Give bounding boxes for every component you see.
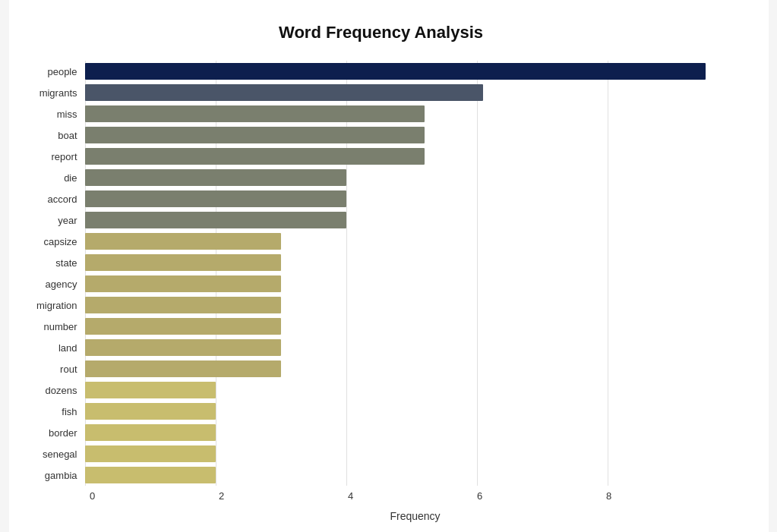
bar <box>85 424 216 441</box>
x-tick-label: 8 <box>606 490 611 502</box>
chart-area: peoplemigrantsmissboatreportdieaccordyea… <box>24 61 738 486</box>
bar-row <box>85 82 738 103</box>
bar <box>85 254 281 271</box>
bar <box>85 148 425 165</box>
x-tick-label: 0 <box>90 490 95 502</box>
bar <box>85 360 281 377</box>
bar <box>85 445 216 462</box>
x-axis-container: 02468 Frequency <box>93 486 738 522</box>
bar <box>85 105 425 122</box>
bar-row <box>85 209 738 231</box>
y-label: state <box>55 252 77 273</box>
bar-row <box>85 294 738 316</box>
bar-row <box>85 252 738 273</box>
bar <box>85 467 216 483</box>
y-label: rout <box>60 358 77 379</box>
x-tick-label: 6 <box>477 490 482 502</box>
y-label: miss <box>57 103 77 124</box>
bar-row <box>85 464 738 486</box>
bar-row <box>85 61 738 82</box>
bar <box>85 403 216 420</box>
x-tick-row: 02468 <box>93 490 738 505</box>
chart-container: Word Frequency Analysis peoplemigrantsmi… <box>9 0 769 532</box>
bar-row <box>85 103 738 124</box>
bar <box>85 84 484 101</box>
y-label: border <box>49 422 77 443</box>
bar-row <box>85 422 738 443</box>
y-label: gambia <box>45 464 77 486</box>
y-label: dozens <box>46 379 77 401</box>
y-label: year <box>58 209 77 231</box>
y-label: die <box>64 167 77 188</box>
bar-row <box>85 124 738 146</box>
bar-row <box>85 379 738 401</box>
y-label: people <box>47 61 77 82</box>
bar-row <box>85 443 738 464</box>
bar <box>85 212 346 228</box>
x-axis-label: Frequency <box>93 510 738 522</box>
x-tick-label: 2 <box>219 490 224 502</box>
bar-row <box>85 358 738 379</box>
y-label: agency <box>46 273 77 294</box>
bar <box>85 127 425 143</box>
x-tick-label: 4 <box>348 490 353 502</box>
bar <box>85 169 346 186</box>
y-label: land <box>58 337 77 358</box>
bar-row <box>85 401 738 422</box>
bar <box>85 190 346 207</box>
y-label: accord <box>47 188 77 209</box>
bar-row <box>85 188 738 209</box>
y-label: report <box>52 146 77 167</box>
bar-row <box>85 273 738 294</box>
y-label: senegal <box>43 443 77 464</box>
bars-area <box>85 61 738 486</box>
bar <box>85 339 281 356</box>
y-axis: peoplemigrantsmissboatreportdieaccordyea… <box>24 61 85 486</box>
bar-row <box>85 231 738 252</box>
bars-wrapper <box>85 61 738 486</box>
bar <box>85 297 281 313</box>
y-label: migration <box>36 294 77 316</box>
bar <box>85 318 281 335</box>
y-label: number <box>43 316 77 337</box>
bar <box>85 382 216 398</box>
y-label: boat <box>58 124 77 146</box>
bar-row <box>85 146 738 167</box>
bar <box>85 63 706 80</box>
y-label: fish <box>62 401 77 422</box>
bar-row <box>85 316 738 337</box>
y-label: migrants <box>39 82 77 103</box>
bar <box>85 275 281 292</box>
bar-row <box>85 167 738 188</box>
bar-row <box>85 337 738 358</box>
y-label: capsize <box>43 231 77 252</box>
chart-title: Word Frequency Analysis <box>24 23 738 42</box>
bar <box>85 233 281 250</box>
